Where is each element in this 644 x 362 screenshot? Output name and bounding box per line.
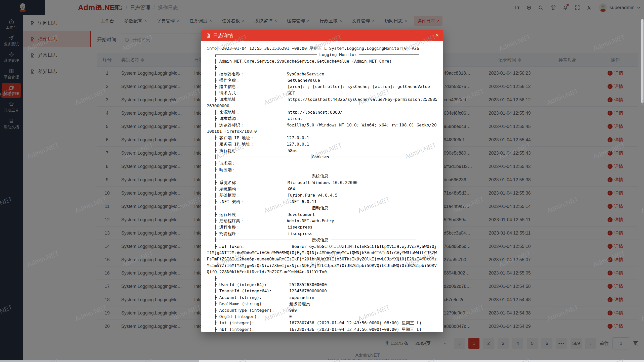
dialog-title: 日志详情 — [213, 32, 233, 39]
dialog-header: 日志详情 × — [201, 30, 443, 41]
horizontal-scrollbar[interactable] — [0, 360, 644, 362]
vertical-scrollbar-thumb[interactable] — [641, 19, 643, 103]
log-text: info: 2023-01-04 12:55:36.1516291 +08:00… — [207, 45, 438, 332]
dialog-body[interactable]: info: 2023-01-04 12:55:36.1516291 +08:00… — [201, 41, 443, 332]
document-icon — [206, 33, 211, 38]
horizontal-scrollbar-thumb[interactable] — [0, 360, 199, 362]
log-detail-dialog: 日志详情 × info: 2023-01-04 12:55:36.1516291… — [201, 30, 443, 332]
close-icon[interactable]: × — [435, 33, 439, 38]
